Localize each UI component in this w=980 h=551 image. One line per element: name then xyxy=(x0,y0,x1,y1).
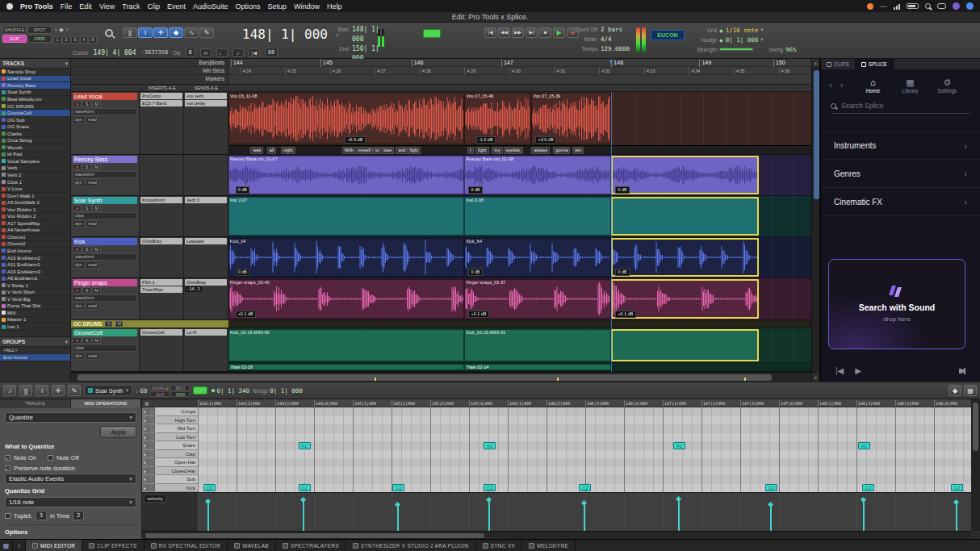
tracks-menu-icon[interactable]: ▾ xyxy=(65,61,68,67)
bars-ruler[interactable]: 144145146147148149150 xyxy=(228,59,811,67)
drum-lane-high-tom[interactable]: ▸High Tom xyxy=(142,416,198,425)
sidebar-track-item[interactable]: OG Sub xyxy=(0,117,70,124)
note-off-checkbox[interactable]: Note Off xyxy=(48,454,79,461)
bar-tick[interactable]: 144 xyxy=(231,59,243,67)
group-item[interactable]: End Hmms xyxy=(0,354,70,361)
mute-button[interactable]: M xyxy=(92,164,101,170)
mode-shuffle[interactable]: SHUFFLE xyxy=(2,26,27,34)
automation-mode-selector[interactable]: dyn xyxy=(73,353,85,360)
solo-button[interactable]: S xyxy=(82,287,91,294)
sec-tick[interactable]: 4:25 xyxy=(285,67,296,75)
zoom-preset-3[interactable]: 3 xyxy=(71,36,79,44)
swing-value[interactable]: 96% xyxy=(785,46,797,53)
sec-tick[interactable]: 4:24 xyxy=(240,67,251,75)
midi-bar-tick[interactable]: 146|3|000 xyxy=(585,399,609,407)
lane-handle[interactable] xyxy=(149,433,155,441)
midi-bar-tick[interactable]: 144|4|000 xyxy=(314,399,337,407)
midi-bar-tick[interactable]: 145|1|000 xyxy=(353,399,376,407)
bar-tick[interactable]: 147 xyxy=(501,59,513,67)
ruler-bars-beats-label[interactable]: Bars|Beats xyxy=(71,59,228,67)
track-lane[interactable]: Reecey Bass-cm_01-07Reecey Bass-cm_01-08… xyxy=(228,155,811,195)
midi-bar-tick[interactable]: 147|3|000 xyxy=(740,399,764,407)
sidebar-track-item[interactable]: A9 EndHarm1 xyxy=(0,275,70,282)
send-slot[interactable]: Lowpass xyxy=(185,238,227,244)
lane-handle[interactable] xyxy=(149,458,155,466)
midi-bar-tick[interactable]: 147|4|000 xyxy=(779,399,802,407)
more-menu-icon[interactable]: ⋯ xyxy=(880,2,887,10)
zoom-preset-2[interactable]: 2 xyxy=(62,36,70,44)
audio-clip[interactable]: Kick_04 xyxy=(228,238,464,277)
nav-back-icon[interactable]: ‹ xyxy=(829,76,832,94)
sidebar-track-item[interactable]: A10 EndHarm2 xyxy=(0,255,70,262)
midi-bar-tick[interactable]: 148|4|000 xyxy=(934,399,957,407)
midi-note[interactable]: F2 xyxy=(299,442,311,449)
automation-read-selector[interactable]: read xyxy=(86,220,99,227)
sidebar-track-item[interactable]: Woosh xyxy=(0,144,70,152)
audio-clip[interactable] xyxy=(611,197,759,236)
lane-expand-icon[interactable]: ▸ xyxy=(142,407,149,415)
smart-tool[interactable]: ◆ xyxy=(169,27,183,38)
lane-expand-icon[interactable]: ▸ xyxy=(142,458,149,466)
nav-settings[interactable]: ⚙ Settings xyxy=(928,78,965,94)
track-view-selector[interactable]: waveform xyxy=(73,294,137,302)
midi-nudge-field[interactable]: Nudge 0| 1| 000 xyxy=(253,387,303,394)
link-timeline-icon[interactable]: ∞ xyxy=(200,48,211,57)
drum-lane-kick[interactable]: ▸Kick xyxy=(142,484,198,493)
solo-button[interactable]: S xyxy=(82,205,91,211)
sidebar-track-item[interactable]: A19 EndHarm3 xyxy=(0,269,70,276)
user-avatar[interactable] xyxy=(953,2,960,10)
zoom-preset-5[interactable]: 5 xyxy=(89,36,97,44)
sidebar-track-item[interactable]: OG Snare xyxy=(0,123,70,131)
grabber-tool[interactable]: ✛ xyxy=(153,27,168,38)
menu-item[interactable]: Setup xyxy=(268,2,287,10)
window-tab-rx-spectral-editor[interactable]: RX SPECTRAL EDITOR xyxy=(144,540,228,551)
tab-clips[interactable]: CLIPS xyxy=(821,59,856,69)
insert-plugin[interactable]: TrsarrShpr xyxy=(140,286,182,293)
drum-lane-conga[interactable]: ▸Conga xyxy=(142,407,198,416)
midi-bar-tick[interactable]: 144|3|000 xyxy=(275,399,299,407)
sidebar-track-item[interactable]: GrooveCell xyxy=(0,110,70,117)
edit-horizontal-scrollbar[interactable] xyxy=(71,372,811,382)
spotlight-icon[interactable] xyxy=(925,3,931,9)
clip-gain-badge[interactable]: +5.5 dB xyxy=(345,136,365,144)
automation-mode-selector[interactable]: dyn xyxy=(73,261,85,269)
drum-lane-open-hat[interactable]: ▸Open Hat xyxy=(142,458,198,467)
send-slot[interactable]: ChrisBray xyxy=(185,279,227,286)
sec-tick[interactable]: 4:27 xyxy=(375,67,386,75)
clip-gain-badge[interactable]: -1.0 dB xyxy=(476,136,496,144)
velocity-stem[interactable] xyxy=(678,499,680,531)
menu-item[interactable]: File xyxy=(61,2,73,10)
sidebar-track-item[interactable]: Vox Riddim 1 xyxy=(0,207,70,214)
velocity-stem[interactable] xyxy=(584,503,585,532)
midi-bar-tick[interactable]: 146|4|000 xyxy=(624,399,647,407)
audio-clip[interactable]: Vox.07_15-46 xyxy=(464,93,531,144)
sidebar-track-item[interactable]: V Verb Big xyxy=(0,296,70,303)
sidebar-track-item[interactable]: Verb xyxy=(0,165,70,173)
automation-mode-selector[interactable]: dyn xyxy=(73,303,85,310)
mode-slip[interactable]: SLIP xyxy=(2,35,27,43)
preserve-duration-checkbox[interactable]: ✓ Preserve note duration xyxy=(5,465,136,472)
sidebar-track-item[interactable]: Soar Synth xyxy=(0,90,70,97)
mute-button[interactable]: M xyxy=(92,337,101,344)
grabber-tool-icon[interactable]: ✛ xyxy=(52,385,65,396)
velocity-lane[interactable] xyxy=(198,492,971,531)
mode-slip[interactable]: SLIP xyxy=(150,391,170,397)
automation-mode-selector[interactable]: dyn xyxy=(73,116,85,123)
sidebar-track-item[interactable]: Verb 2 xyxy=(0,172,70,179)
audio-clip[interactable] xyxy=(611,156,759,194)
menu-item[interactable]: Clip xyxy=(147,2,160,10)
drum-lane-low-tom[interactable]: ▸Low Tom xyxy=(142,433,198,442)
selection-in-marker-icon[interactable]: ▼ xyxy=(609,59,614,65)
drum-lane-mid-tom[interactable]: ▸Mid Tom xyxy=(142,424,198,433)
audio-clip[interactable] xyxy=(611,329,759,361)
nudge-caret-icon[interactable]: ▾ xyxy=(760,36,763,43)
previous-sample-icon[interactable]: |◀ xyxy=(836,366,844,375)
lane-expand-icon[interactable]: ▸ xyxy=(142,433,149,441)
midi-note[interactable]: C2 xyxy=(951,484,963,491)
audio-clip[interactable]: Inst 2-08 xyxy=(464,197,611,236)
sidebar-track-item[interactable]: A4 NeverKnew xyxy=(0,227,70,235)
tuplet-row[interactable]: Tuplet: 3 in Time 2 xyxy=(5,511,136,520)
lane-expand-icon[interactable]: ▸ xyxy=(142,484,149,492)
lane-expand-icon[interactable]: ▸ xyxy=(142,475,149,483)
ruler-min-secs-label[interactable]: Min:Secs xyxy=(71,67,228,75)
